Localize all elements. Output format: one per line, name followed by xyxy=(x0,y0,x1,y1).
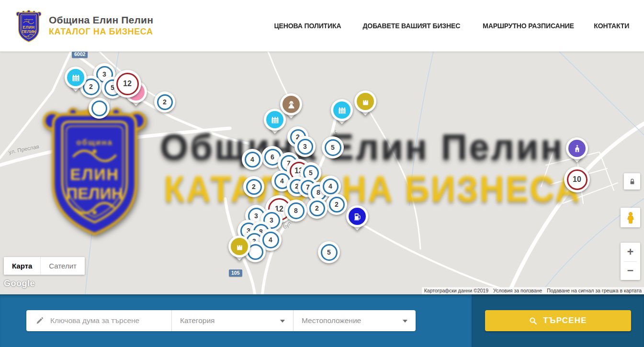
cluster-ring: 5 xyxy=(325,139,341,156)
cluster-marker[interactable] xyxy=(89,98,110,119)
cluster-ring: 4 xyxy=(245,152,260,168)
shopping-bag-pin[interactable] xyxy=(354,90,376,119)
shopping-bag-icon xyxy=(231,238,248,255)
municipality-logo-icon xyxy=(15,10,42,43)
cluster-marker[interactable]: 8 xyxy=(285,200,307,222)
worker-pin[interactable] xyxy=(280,93,302,122)
street-view-pegman-button[interactable] xyxy=(621,208,640,227)
factory-pin[interactable] xyxy=(331,99,353,128)
cluster-count: 5 xyxy=(327,248,331,256)
site-header: Община Елин Пелин КАТАЛОГ НА БИЗНЕСА ЦЕН… xyxy=(0,0,644,52)
road-number-label: 6002 xyxy=(72,52,88,58)
main-nav: ЦЕНОВА ПОЛИТИКА ДОБАВЕТЕ ВАШИЯТ БИЗНЕС М… xyxy=(272,22,631,30)
cluster-marker[interactable]: 5 xyxy=(318,241,340,263)
terms-of-use-link[interactable]: Условия за ползване xyxy=(491,287,544,294)
chevron-down-icon xyxy=(280,320,285,323)
cluster-count: 3 xyxy=(270,216,273,224)
keyword-search-input[interactable] xyxy=(50,316,171,325)
cluster-marker[interactable]: 2 xyxy=(306,198,328,219)
factory-pin[interactable] xyxy=(65,67,87,95)
cluster-marker[interactable]: 12 xyxy=(113,70,141,98)
cluster-ring: 3 xyxy=(297,139,313,155)
nav-item-add-business[interactable]: ДОБАВЕТЕ ВАШИЯТ БИЗНЕС xyxy=(362,22,460,30)
shopping-bag-pin[interactable] xyxy=(228,235,250,264)
search-icon xyxy=(529,316,538,325)
cluster-ring: 10 xyxy=(567,169,588,190)
zoom-in-button[interactable]: + xyxy=(621,243,640,261)
cluster-count: 12 xyxy=(123,79,132,88)
cluster-count: 3 xyxy=(102,70,106,78)
cluster-ring: 5 xyxy=(321,244,338,261)
search-action-panel: ТЪРСЕНЕ xyxy=(472,294,644,347)
cluster-ring: 2 xyxy=(246,179,262,195)
location-select[interactable]: Местоположение xyxy=(294,310,416,331)
google-logo[interactable]: Google xyxy=(4,279,35,289)
cluster-ring: 2 xyxy=(157,94,173,110)
site-subtitle: КАТАЛОГ НА БИЗНЕСА xyxy=(49,27,153,37)
cluster-count: 2 xyxy=(315,204,319,212)
nav-item-contacts[interactable]: КОНТАКТИ xyxy=(594,22,630,30)
lock-button[interactable] xyxy=(624,173,640,190)
search-fields-panel: Категория Местоположение xyxy=(0,294,472,347)
nav-item-pricing[interactable]: ЦЕНОВА ПОЛИТИКА xyxy=(274,22,341,30)
map-view-button[interactable]: Карта xyxy=(4,257,40,275)
cluster-count: 4 xyxy=(280,177,284,185)
cluster-ring: 2 xyxy=(309,201,325,216)
map-canvas[interactable]: ул. Преславбул. „Новоселщи" 6002105 Общи… xyxy=(0,52,644,294)
cluster-ring: 12 xyxy=(116,73,139,95)
zoom-out-button[interactable]: − xyxy=(621,262,640,280)
factory-icon xyxy=(333,101,350,119)
keyword-field xyxy=(26,310,171,331)
church-icon xyxy=(568,140,586,157)
cluster-count: 3 xyxy=(254,212,258,220)
search-bar: Категория Местоположение xyxy=(0,294,644,347)
cluster-count: 4 xyxy=(269,236,272,244)
cluster-count: 2 xyxy=(335,201,339,208)
cluster-marker[interactable]: 5 xyxy=(322,136,344,158)
cluster-count: 8 xyxy=(294,207,298,214)
road-number-label: 105 xyxy=(229,269,242,277)
brand-home-link[interactable]: Община Елин Пелин КАТАЛОГ НА БИЗНЕСА xyxy=(15,9,153,43)
cluster-marker[interactable]: 2 xyxy=(154,91,175,112)
cluster-marker[interactable]: 10 xyxy=(564,167,590,192)
map-attribution: Картографски данни ©2019 Условия за полз… xyxy=(422,287,644,294)
cluster-count: 2 xyxy=(163,98,167,106)
cluster-ring: 2 xyxy=(329,197,345,213)
cluster-ring: 4 xyxy=(262,232,279,248)
cluster-count: 3 xyxy=(303,143,307,150)
worker-icon xyxy=(282,96,300,113)
report-map-error-link[interactable]: Подаване на сигнал за грешка в картата xyxy=(544,287,644,294)
cluster-marker[interactable]: 2 xyxy=(243,176,264,197)
fuel-icon xyxy=(349,208,366,225)
search-button[interactable]: ТЪРСЕНЕ xyxy=(485,310,631,331)
shopping-bag-icon xyxy=(357,93,374,110)
pencil-icon xyxy=(35,316,44,325)
cluster-count: 8 xyxy=(316,189,320,196)
cluster-count: 2 xyxy=(252,183,256,190)
cluster-count: 4 xyxy=(328,182,332,190)
cluster-ring: 8 xyxy=(288,202,305,219)
map-type-control: Карта Сателит xyxy=(4,257,85,275)
cluster-marker[interactable]: 2 xyxy=(326,194,347,215)
site-title: Община Елин Пелин xyxy=(49,14,153,26)
factory-icon xyxy=(67,69,84,86)
fuel-pin[interactable] xyxy=(346,205,368,234)
search-button-label: ТЪРСЕНЕ xyxy=(543,316,587,325)
cluster-marker[interactable]: 4 xyxy=(242,149,263,170)
cluster-count: 4 xyxy=(250,156,254,163)
category-select[interactable]: Категория xyxy=(172,310,293,331)
cluster-count: 5 xyxy=(309,169,313,177)
cluster-count: 6 xyxy=(271,153,274,161)
cluster-count: 2 xyxy=(89,83,93,90)
category-select-value: Категория xyxy=(180,316,215,325)
chevron-down-icon xyxy=(403,320,407,323)
zoom-control: + − xyxy=(621,243,640,280)
location-select-value: Местоположение xyxy=(302,316,361,325)
cluster-count: 5 xyxy=(331,144,335,151)
nav-item-schedule[interactable]: МАРШРУТНО РАЗПИСАНИЕ xyxy=(483,22,574,30)
pegman-icon xyxy=(625,212,636,224)
satellite-view-button[interactable]: Сателит xyxy=(41,257,85,275)
lock-icon xyxy=(628,178,636,186)
church-pin[interactable] xyxy=(566,137,588,166)
cluster-marker[interactable]: 3 xyxy=(294,136,316,157)
